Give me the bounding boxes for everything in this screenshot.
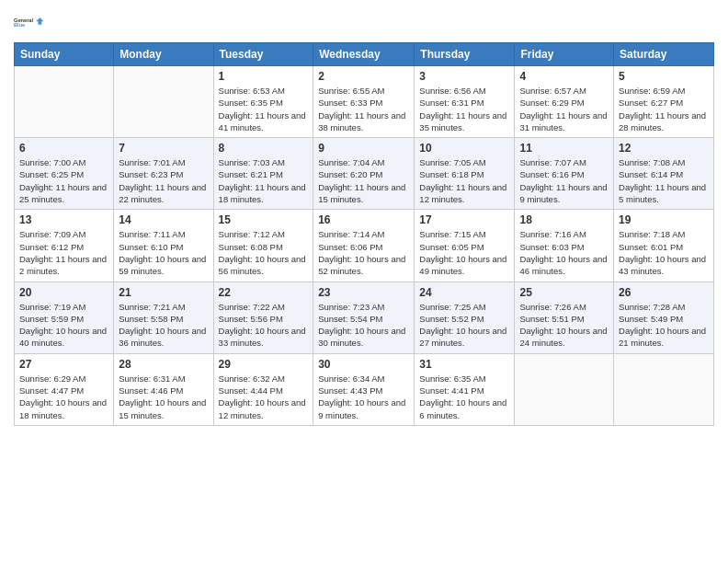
day-info: Sunrise: 6:35 AMSunset: 4:41 PMDaylight:… bbox=[419, 373, 509, 421]
calendar-cell: 9Sunrise: 7:04 AMSunset: 6:20 PMDaylight… bbox=[313, 138, 415, 210]
calendar-week-row: 13Sunrise: 7:09 AMSunset: 6:12 PMDayligh… bbox=[15, 210, 714, 282]
day-number: 28 bbox=[119, 358, 208, 371]
calendar-week-row: 1Sunrise: 6:53 AMSunset: 6:35 PMDaylight… bbox=[15, 66, 714, 138]
calendar-cell: 26Sunrise: 7:28 AMSunset: 5:49 PMDayligh… bbox=[614, 282, 714, 353]
calendar-cell: 23Sunrise: 7:23 AMSunset: 5:54 PMDayligh… bbox=[313, 282, 415, 353]
day-info: Sunrise: 7:28 AMSunset: 5:49 PMDaylight:… bbox=[619, 301, 709, 350]
day-number: 22 bbox=[219, 286, 309, 299]
weekday-header: Friday bbox=[515, 43, 614, 66]
day-number: 1 bbox=[219, 70, 309, 83]
day-number: 4 bbox=[519, 70, 609, 83]
calendar-cell: 2Sunrise: 6:55 AMSunset: 6:33 PMDaylight… bbox=[313, 66, 415, 138]
day-number: 13 bbox=[19, 213, 108, 226]
page: General Blue SundayMondayTuesdayWednesda… bbox=[0, 0, 728, 563]
calendar-cell: 29Sunrise: 6:32 AMSunset: 4:44 PMDayligh… bbox=[213, 353, 313, 425]
day-info: Sunrise: 7:11 AMSunset: 6:10 PMDaylight:… bbox=[119, 228, 208, 277]
calendar-cell: 8Sunrise: 7:03 AMSunset: 6:21 PMDaylight… bbox=[213, 138, 313, 210]
calendar-cell: 21Sunrise: 7:21 AMSunset: 5:58 PMDayligh… bbox=[114, 282, 213, 353]
day-number: 24 bbox=[419, 286, 509, 299]
day-info: Sunrise: 7:16 AMSunset: 6:03 PMDaylight:… bbox=[519, 228, 609, 277]
day-number: 12 bbox=[619, 142, 709, 155]
calendar-cell bbox=[15, 66, 114, 138]
day-number: 9 bbox=[318, 142, 409, 155]
day-number: 23 bbox=[318, 286, 409, 299]
calendar-cell: 19Sunrise: 7:18 AMSunset: 6:01 PMDayligh… bbox=[614, 210, 714, 282]
calendar-cell: 13Sunrise: 7:09 AMSunset: 6:12 PMDayligh… bbox=[15, 210, 114, 282]
day-number: 29 bbox=[219, 358, 309, 371]
calendar-cell: 4Sunrise: 6:57 AMSunset: 6:29 PMDaylight… bbox=[515, 66, 614, 138]
calendar-cell: 28Sunrise: 6:31 AMSunset: 4:46 PMDayligh… bbox=[114, 353, 213, 425]
weekday-header: Tuesday bbox=[213, 43, 313, 66]
calendar-cell bbox=[114, 66, 213, 138]
day-number: 6 bbox=[19, 142, 108, 155]
day-number: 19 bbox=[619, 213, 709, 226]
calendar-header-row: SundayMondayTuesdayWednesdayThursdayFrid… bbox=[15, 43, 714, 66]
day-info: Sunrise: 7:22 AMSunset: 5:56 PMDaylight:… bbox=[219, 301, 309, 350]
day-info: Sunrise: 7:03 AMSunset: 6:21 PMDaylight:… bbox=[219, 156, 309, 205]
day-info: Sunrise: 7:04 AMSunset: 6:20 PMDaylight:… bbox=[318, 156, 409, 205]
day-number: 30 bbox=[318, 358, 409, 371]
weekday-header: Monday bbox=[114, 43, 213, 66]
day-info: Sunrise: 6:34 AMSunset: 4:43 PMDaylight:… bbox=[318, 373, 409, 421]
calendar-cell: 10Sunrise: 7:05 AMSunset: 6:18 PMDayligh… bbox=[415, 138, 515, 210]
day-number: 18 bbox=[519, 213, 609, 226]
day-number: 21 bbox=[119, 286, 208, 299]
day-info: Sunrise: 7:09 AMSunset: 6:12 PMDaylight:… bbox=[19, 228, 108, 277]
day-number: 14 bbox=[119, 213, 208, 226]
calendar-cell: 12Sunrise: 7:08 AMSunset: 6:14 PMDayligh… bbox=[614, 138, 714, 210]
day-number: 17 bbox=[419, 213, 509, 226]
calendar-cell: 5Sunrise: 6:59 AMSunset: 6:27 PMDaylight… bbox=[614, 66, 714, 138]
calendar-table: SundayMondayTuesdayWednesdayThursdayFrid… bbox=[14, 42, 714, 426]
day-info: Sunrise: 6:32 AMSunset: 4:44 PMDaylight:… bbox=[219, 373, 309, 421]
day-info: Sunrise: 6:29 AMSunset: 4:47 PMDaylight:… bbox=[19, 373, 108, 421]
day-info: Sunrise: 7:07 AMSunset: 6:16 PMDaylight:… bbox=[519, 156, 609, 205]
calendar-cell: 17Sunrise: 7:15 AMSunset: 6:05 PMDayligh… bbox=[415, 210, 515, 282]
calendar-week-row: 20Sunrise: 7:19 AMSunset: 5:59 PMDayligh… bbox=[15, 282, 714, 353]
calendar-week-row: 27Sunrise: 6:29 AMSunset: 4:47 PMDayligh… bbox=[15, 353, 714, 425]
calendar-cell: 18Sunrise: 7:16 AMSunset: 6:03 PMDayligh… bbox=[515, 210, 614, 282]
day-info: Sunrise: 7:00 AMSunset: 6:25 PMDaylight:… bbox=[19, 156, 108, 205]
day-info: Sunrise: 6:57 AMSunset: 6:29 PMDaylight:… bbox=[519, 85, 609, 133]
calendar-cell: 20Sunrise: 7:19 AMSunset: 5:59 PMDayligh… bbox=[15, 282, 114, 353]
day-info: Sunrise: 7:15 AMSunset: 6:05 PMDaylight:… bbox=[419, 228, 509, 277]
svg-marker-2 bbox=[36, 17, 43, 25]
day-number: 27 bbox=[19, 358, 108, 371]
calendar-cell: 22Sunrise: 7:22 AMSunset: 5:56 PMDayligh… bbox=[213, 282, 313, 353]
day-number: 7 bbox=[119, 142, 208, 155]
day-number: 25 bbox=[519, 286, 609, 299]
day-info: Sunrise: 6:59 AMSunset: 6:27 PMDaylight:… bbox=[619, 85, 709, 133]
calendar-cell: 16Sunrise: 7:14 AMSunset: 6:06 PMDayligh… bbox=[313, 210, 415, 282]
calendar-cell: 30Sunrise: 6:34 AMSunset: 4:43 PMDayligh… bbox=[313, 353, 415, 425]
logo: General Blue bbox=[14, 9, 45, 35]
day-info: Sunrise: 6:53 AMSunset: 6:35 PMDaylight:… bbox=[219, 85, 309, 133]
day-info: Sunrise: 7:23 AMSunset: 5:54 PMDaylight:… bbox=[318, 301, 409, 350]
calendar-cell: 14Sunrise: 7:11 AMSunset: 6:10 PMDayligh… bbox=[114, 210, 213, 282]
day-info: Sunrise: 7:01 AMSunset: 6:23 PMDaylight:… bbox=[119, 156, 208, 205]
day-number: 11 bbox=[519, 142, 609, 155]
weekday-header: Sunday bbox=[15, 43, 114, 66]
calendar-cell: 24Sunrise: 7:25 AMSunset: 5:52 PMDayligh… bbox=[415, 282, 515, 353]
calendar-cell: 1Sunrise: 6:53 AMSunset: 6:35 PMDaylight… bbox=[213, 66, 313, 138]
calendar-cell: 31Sunrise: 6:35 AMSunset: 4:41 PMDayligh… bbox=[415, 353, 515, 425]
day-number: 16 bbox=[318, 213, 409, 226]
day-info: Sunrise: 7:08 AMSunset: 6:14 PMDaylight:… bbox=[619, 156, 709, 205]
calendar-week-row: 6Sunrise: 7:00 AMSunset: 6:25 PMDaylight… bbox=[15, 138, 714, 210]
calendar-cell bbox=[614, 353, 714, 425]
day-info: Sunrise: 7:19 AMSunset: 5:59 PMDaylight:… bbox=[19, 301, 108, 350]
day-info: Sunrise: 6:31 AMSunset: 4:46 PMDaylight:… bbox=[119, 373, 208, 421]
day-number: 26 bbox=[619, 286, 709, 299]
day-number: 20 bbox=[19, 286, 108, 299]
day-info: Sunrise: 6:56 AMSunset: 6:31 PMDaylight:… bbox=[419, 85, 509, 133]
calendar-cell: 15Sunrise: 7:12 AMSunset: 6:08 PMDayligh… bbox=[213, 210, 313, 282]
day-info: Sunrise: 7:05 AMSunset: 6:18 PMDaylight:… bbox=[419, 156, 509, 205]
day-number: 8 bbox=[219, 142, 309, 155]
day-info: Sunrise: 6:55 AMSunset: 6:33 PMDaylight:… bbox=[318, 85, 409, 133]
calendar-cell: 25Sunrise: 7:26 AMSunset: 5:51 PMDayligh… bbox=[515, 282, 614, 353]
day-number: 10 bbox=[419, 142, 509, 155]
calendar-cell: 6Sunrise: 7:00 AMSunset: 6:25 PMDaylight… bbox=[15, 138, 114, 210]
calendar-cell: 7Sunrise: 7:01 AMSunset: 6:23 PMDaylight… bbox=[114, 138, 213, 210]
calendar-cell bbox=[515, 353, 614, 425]
day-info: Sunrise: 7:12 AMSunset: 6:08 PMDaylight:… bbox=[219, 228, 309, 277]
day-info: Sunrise: 7:21 AMSunset: 5:58 PMDaylight:… bbox=[119, 301, 208, 350]
day-info: Sunrise: 7:18 AMSunset: 6:01 PMDaylight:… bbox=[619, 228, 709, 277]
